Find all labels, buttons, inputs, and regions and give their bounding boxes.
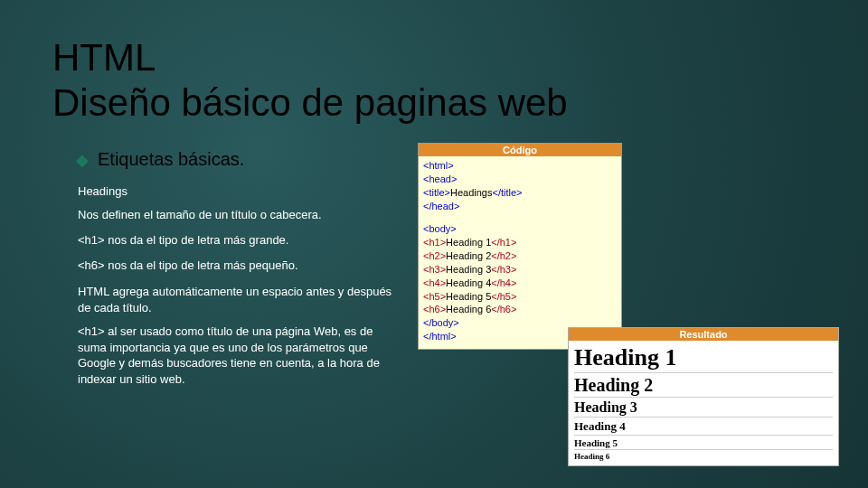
code-line: <body>	[423, 223, 457, 234]
code-text: Heading 3	[446, 264, 491, 275]
result-panel: Resultado Heading 1 Heading 2 Heading 3 …	[568, 327, 839, 466]
code-line: <h1>	[423, 237, 446, 248]
result-h1: Heading 1	[574, 343, 833, 372]
code-line: </h3>	[491, 264, 516, 275]
result-h2: Heading 2	[574, 372, 833, 397]
code-line: </body>	[423, 317, 459, 328]
result-h4: Heading 4	[574, 417, 833, 435]
slide-title-line1: HTML	[52, 36, 156, 80]
result-h3: Heading 3	[574, 397, 833, 417]
bullet-item: ◆ Etiquetas básicas.	[76, 149, 244, 170]
code-line: <html>	[423, 160, 454, 171]
paragraph-4: HTML agrega automáticamente un espacio a…	[78, 284, 403, 315]
code-line: <title>	[423, 187, 450, 198]
paragraph-5: <h1> al ser usado como título de una pág…	[78, 324, 403, 387]
slide-title-line2: Diseño básico de paginas web	[52, 81, 568, 125]
code-line: <h3>	[423, 264, 446, 275]
code-line: <h2>	[423, 250, 446, 261]
code-text: Heading 2	[446, 250, 491, 261]
bullet-label: Etiquetas básicas.	[98, 149, 244, 170]
result-h5: Heading 5	[574, 435, 833, 449]
code-line: <h5>	[423, 291, 446, 302]
code-line: </h5>	[491, 291, 516, 302]
headings-label: Headings	[78, 184, 127, 198]
code-text: Heading 1	[446, 237, 491, 248]
result-h6: Heading 6	[574, 449, 833, 462]
code-line: </head>	[423, 201, 459, 211]
code-text: Heading 5	[446, 291, 491, 302]
code-panel-body: <html> <head> <title>Headings</title> </…	[419, 156, 621, 349]
code-line: <h6>	[423, 304, 446, 314]
code-line: </h6>	[491, 304, 516, 314]
code-text: Heading 6	[446, 304, 491, 314]
paragraph-2-rest: nos da el tipo de letra más grande.	[105, 233, 289, 247]
code-line: </h2>	[491, 250, 516, 261]
result-panel-body: Heading 1 Heading 2 Heading 3 Heading 4 …	[569, 341, 838, 465]
code-line: <head>	[423, 174, 457, 184]
code-line: </h1>	[491, 237, 516, 248]
code-text: Heading 4	[446, 277, 491, 288]
bullet-icon: ◆	[76, 150, 89, 170]
code-text: Headings	[450, 187, 492, 198]
code-line: </title>	[492, 187, 522, 198]
result-panel-header: Resultado	[569, 328, 838, 341]
code-line: </html>	[423, 331, 457, 342]
inline-tag-h1: <h1>	[78, 233, 105, 247]
code-line: </h4>	[491, 277, 516, 288]
paragraph-2: <h1> nos da el tipo de letra más grande.	[78, 233, 288, 247]
code-line: <h4>	[423, 277, 446, 288]
paragraph-3-rest: nos da el tipo de letra más pequeño.	[105, 258, 298, 272]
paragraph-3: <h6> nos da el tipo de letra más pequeño…	[78, 258, 298, 272]
inline-tag-h6: <h6>	[78, 258, 105, 272]
code-panel-header: Código	[419, 144, 621, 156]
code-panel: Código <html> <head> <title>Headings</ti…	[418, 143, 622, 350]
paragraph-1: Nos definen el tamaño de un título o cab…	[78, 208, 322, 221]
